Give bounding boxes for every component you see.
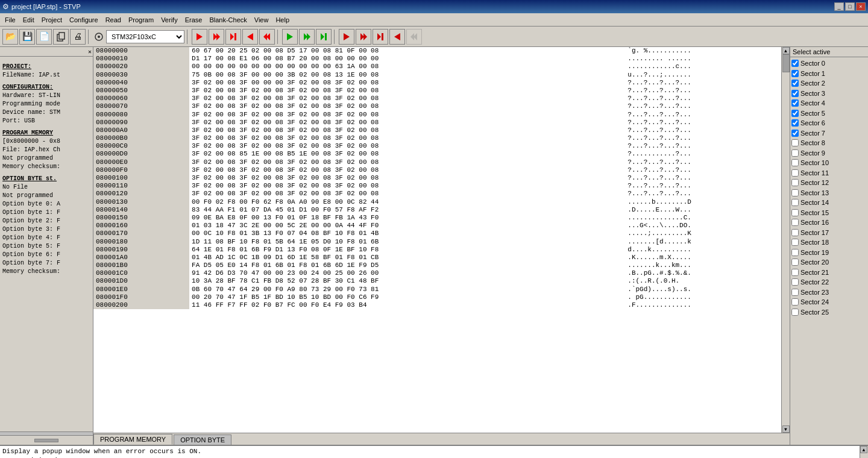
sector-checkbox[interactable] (791, 269, 799, 276)
toolbar-verify-btn[interactable] (282, 29, 298, 45)
maximize-button[interactable]: □ (845, 2, 855, 11)
sector-checkbox[interactable] (791, 149, 799, 157)
sector-checkbox[interactable] (791, 139, 799, 146)
sector-item: Sector 8 (791, 138, 867, 148)
toolbar-prog-read2-btn[interactable] (209, 29, 224, 45)
title-bar-left: ⚙ project [IAP.stp] - STVP (2, 2, 81, 11)
hex-addr-cell: 080000E0 (93, 158, 189, 166)
toolbar-erase2-btn[interactable] (356, 29, 371, 45)
toolbar-verify3-btn[interactable] (316, 29, 332, 45)
sector-checkbox[interactable] (791, 249, 799, 256)
sector-checkbox[interactable] (791, 219, 799, 226)
toolbar-copy-btn[interactable] (53, 29, 69, 45)
hex-bytes-cell: 01 4B AD 1C 0C 1B 09 D1 6D 1E 58 BF 01 F… (189, 254, 625, 262)
sector-checkbox[interactable] (791, 209, 799, 216)
sector-label: Sector 19 (800, 248, 829, 258)
sector-checkbox[interactable] (791, 60, 799, 67)
left-panel: ✕ PROJECT: FileName: IAP.st CONFIGURATIO… (0, 47, 93, 445)
hex-bytes-cell: 11 46 FF F7 FF 02 F0 B7 FC 00 F0 E4 F9 0… (189, 301, 625, 309)
scroll-up-btn[interactable]: ▲ (782, 47, 790, 54)
menu-verify[interactable]: Verify (157, 15, 181, 25)
toolbar-erase-btn[interactable] (339, 29, 354, 45)
hex-scroll-area[interactable]: 0800000060 67 00 20 25 02 00 08 D5 17 00… (93, 47, 790, 433)
toolbar-sep1 (88, 30, 90, 44)
menu-view[interactable]: View (251, 15, 272, 25)
minimize-button[interactable]: _ (834, 2, 844, 11)
menu-edit[interactable]: Edit (19, 15, 38, 25)
device-dropdown[interactable]: STM32F103xC (106, 30, 184, 43)
toolbar-erase4-btn[interactable] (389, 29, 405, 45)
toolbar-prog-back2-btn[interactable] (259, 29, 275, 45)
menu-read[interactable]: Read (102, 15, 125, 25)
sector-checkbox[interactable] (791, 70, 799, 77)
tab-option-byte[interactable]: OPTION BYTE (174, 434, 231, 445)
hex-addr-cell: 08000010 (93, 55, 189, 63)
hex-panel: 0800000060 67 00 20 25 02 00 08 D5 17 00… (93, 47, 790, 445)
sector-label: Sector 18 (800, 237, 829, 248)
main-layout: ✕ PROJECT: FileName: IAP.st CONFIGURATIO… (0, 47, 868, 445)
hex-addr-cell: 08000200 (93, 301, 189, 309)
toolbar-verify2-btn[interactable] (299, 29, 315, 45)
sector-checkbox[interactable] (791, 239, 799, 246)
sector-checkbox[interactable] (791, 289, 799, 296)
sector-checkbox[interactable] (791, 80, 799, 87)
sector-checkbox[interactable] (791, 119, 799, 127)
sector-checkbox[interactable] (791, 110, 799, 117)
scroll-thumb-hex[interactable] (782, 54, 790, 72)
log-content[interactable]: Display a popup window when an error occ… (0, 446, 868, 458)
sector-checkbox[interactable] (791, 189, 799, 196)
hex-row: 080001C091 42 D6 D3 70 47 00 00 23 00 24… (93, 269, 790, 277)
sector-checkbox[interactable] (791, 90, 799, 97)
menu-configure[interactable]: Configure (66, 15, 102, 25)
toolbar-print-btn[interactable]: 🖨 (70, 29, 86, 45)
tab-program-memory[interactable]: PROGRAM MEMORY (93, 434, 172, 445)
sector-checkbox[interactable] (791, 199, 799, 206)
sector-checkbox[interactable] (791, 99, 799, 107)
toolbar-prog-read-btn[interactable] (192, 29, 207, 45)
title-bar-controls[interactable]: _ □ × (834, 2, 866, 11)
sector-checkbox[interactable] (791, 278, 799, 286)
hex-row: 080000E03F 02 00 08 3F 02 00 08 3F 02 00… (93, 158, 790, 166)
sector-label: Sector 2 (800, 78, 825, 89)
toolbar-new-btn[interactable]: 📄 (36, 29, 52, 45)
sector-checkbox[interactable] (791, 130, 799, 137)
log-scrollbar[interactable]: ▲ ▼ (860, 446, 868, 458)
sector-checkbox[interactable] (791, 298, 799, 306)
hex-ascii-cell: ?...?...?...?... (625, 174, 790, 182)
toolbar-prog-step-btn[interactable] (225, 29, 241, 45)
sector-checkbox[interactable] (791, 259, 799, 266)
sector-checkbox[interactable] (791, 229, 799, 236)
scroll-thumb[interactable] (34, 439, 58, 442)
hex-row: 080000503F 02 00 08 3F 02 00 08 3F 02 00… (93, 87, 790, 95)
menu-blank-check[interactable]: Blank-Check (206, 15, 250, 25)
toolbar-erase5-btn[interactable] (406, 29, 422, 45)
sector-item: Sector 16 (791, 218, 867, 228)
sector-checkbox[interactable] (791, 169, 799, 177)
sector-checkbox[interactable] (791, 179, 799, 186)
hex-bytes-cell: 3F 02 00 08 3F 02 00 08 3F 02 00 08 3F 0… (189, 182, 625, 190)
toolbar-prog-back-btn[interactable] (242, 29, 258, 45)
hex-ascii-cell: ?...?...?...?... (625, 127, 790, 134)
toolbar-save-btn[interactable]: 💾 (19, 29, 35, 45)
sector-item: Sector 5 (791, 108, 867, 119)
log-resize-handle[interactable] (0, 444, 868, 447)
scroll-down-btn[interactable]: ▼ (782, 425, 790, 433)
menu-program[interactable]: Program (125, 15, 157, 25)
menu-project[interactable]: Project (38, 15, 66, 25)
close-left-panel-icon[interactable]: ✕ (88, 48, 92, 55)
menu-erase[interactable]: Erase (181, 15, 206, 25)
toolbar-erase3-btn[interactable] (373, 29, 388, 45)
menu-file[interactable]: File (1, 15, 19, 25)
hex-scrollbar[interactable]: ▲ ▼ (781, 47, 790, 433)
hex-bytes-cell: 3F 02 00 08 3F 02 00 08 3F 02 00 08 3F 0… (189, 190, 625, 198)
sector-checkbox[interactable] (791, 159, 799, 166)
close-button[interactable]: × (856, 2, 866, 11)
log-scroll-up[interactable]: ▲ (860, 446, 867, 453)
sector-label: Sector 7 (800, 128, 825, 139)
opt-byte-1: Option byte 1: F (2, 209, 90, 217)
toolbar-open-btn[interactable]: 📂 (2, 29, 18, 45)
hex-row: 0800003075 0B 00 08 3F 00 00 00 3B 02 00… (93, 71, 790, 79)
sector-checkbox[interactable] (791, 309, 799, 316)
hex-addr-cell: 080001B0 (93, 262, 189, 269)
menu-help[interactable]: Help (272, 15, 293, 25)
